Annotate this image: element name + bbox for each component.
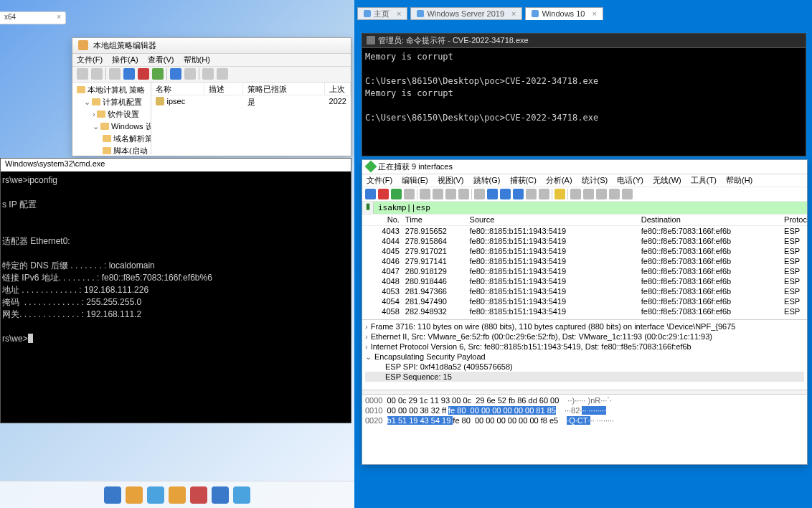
hex-row[interactable]: 0000 00 0c 29 1c 11 93 00 0c 29 6e 52 fb…: [365, 395, 804, 405]
ws-titlebar[interactable]: 正在捕获 9 interfaces: [362, 160, 807, 174]
close-icon[interactable]: ×: [57, 13, 61, 21]
close-file-icon[interactable]: [445, 189, 456, 199]
explorer-icon[interactable]: [126, 486, 143, 504]
tree-node[interactable]: ›软件设置: [72, 108, 151, 121]
tree-node[interactable]: 脚本(启动: [72, 145, 151, 154]
zoom-reset-icon[interactable]: [609, 189, 620, 199]
zoom-out-icon[interactable]: [596, 189, 607, 199]
menu-tools[interactable]: 工具(T): [691, 176, 717, 184]
delete-icon[interactable]: [138, 68, 149, 80]
detail-esp[interactable]: ⌄Encapsulating Security Payload: [365, 352, 804, 362]
autoscroll-icon[interactable]: [554, 189, 565, 199]
close-icon[interactable]: ×: [397, 9, 401, 18]
ws-menubar[interactable]: 文件(F) 编辑(E) 视图(V) 跳转(G) 捕获(C) 分析(A) 统计(S…: [362, 174, 807, 187]
cmd-window-left[interactable]: Windows\system32\cmd.exe rs\we>ipconfig …: [0, 158, 351, 423]
col-date[interactable]: 上次: [325, 83, 351, 95]
packet-row[interactable]: 4047280.918129fe80::8185:b151:1943:5419f…: [362, 266, 807, 276]
menu-wireless[interactable]: 无线(W): [653, 176, 681, 184]
menu-file[interactable]: 文件(F): [77, 55, 103, 64]
first-icon[interactable]: [526, 189, 537, 199]
detail-ipv6[interactable]: ›Internet Protocol Version 6, Src: fe80:…: [365, 342, 804, 352]
last-icon[interactable]: [539, 189, 549, 199]
filter-input[interactable]: [374, 202, 807, 214]
menu-stats[interactable]: 统计(S): [582, 176, 608, 184]
help-icon[interactable]: [184, 68, 196, 80]
menu-view[interactable]: 查看(V): [148, 55, 174, 64]
resize-cols-icon[interactable]: [622, 189, 633, 199]
col-desc[interactable]: 描述: [204, 83, 243, 95]
app-icon[interactable]: [212, 486, 229, 504]
packet-row[interactable]: 4046279.917141fe80::8185:b151:1943:5419f…: [362, 256, 807, 266]
colorize-icon[interactable]: [570, 189, 581, 199]
settings-icon[interactable]: [169, 486, 186, 504]
col-dst[interactable]: Destination: [638, 215, 781, 225]
hex-view[interactable]: 0000 00 0c 29 1c 11 93 00 0c 29 6e 52 fb…: [362, 395, 807, 441]
menu-help[interactable]: 帮助(H): [726, 176, 752, 184]
tree-root[interactable]: 本地计算机 策略: [72, 84, 151, 96]
packet-list[interactable]: No. Time Source Destination Protoc 40432…: [362, 215, 807, 319]
detail-frame[interactable]: ›Frame 3716: 110 bytes on wire (880 bits…: [365, 321, 804, 331]
list-row[interactable]: ipsec 是 2022: [151, 95, 351, 109]
app-icon[interactable]: [190, 486, 207, 504]
stop-capture-icon[interactable]: [378, 189, 389, 199]
app-icon[interactable]: [233, 486, 250, 504]
left-browser-tab[interactable]: x64 ×: [0, 11, 66, 24]
edge-icon[interactable]: [147, 486, 164, 504]
menu-capture[interactable]: 捕获(C): [510, 176, 537, 184]
zoom-in-icon[interactable]: [583, 189, 594, 199]
back-icon[interactable]: [77, 68, 88, 80]
col-proto[interactable]: Protoc: [781, 215, 807, 225]
menu-edit[interactable]: 编辑(E): [402, 176, 428, 184]
packet-row[interactable]: 4044278.915864fe80::8185:b151:1943:5419f…: [362, 236, 807, 246]
detail-eth[interactable]: ›Ethernet II, Src: VMware_6e:52:fb (00:0…: [365, 331, 804, 342]
packet-row[interactable]: 4053281.947366fe80::8185:b151:1943:5419f…: [362, 286, 807, 296]
hex-row[interactable]: 0020 b1 51 19 43 54 19 fe 80 00 00 00 00…: [365, 415, 804, 425]
options-icon[interactable]: [404, 189, 415, 199]
taskbar[interactable]: [0, 481, 354, 508]
menu-go[interactable]: 跳转(G): [473, 176, 501, 184]
cmd-titlebar[interactable]: 管理员: 命令提示符 - CVE-2022-34718.exe: [362, 34, 806, 48]
menu-view[interactable]: 视图(V): [438, 176, 464, 184]
star-icon[interactable]: [202, 68, 214, 80]
detail-esp-seq[interactable]: ESP Sequence: 15: [365, 372, 804, 382]
close-icon[interactable]: ×: [592, 9, 596, 18]
tab-win10[interactable]: Windows 10×: [525, 7, 603, 20]
tree-node[interactable]: ⌄Windows 设: [72, 121, 151, 133]
list-icon[interactable]: [170, 68, 181, 80]
close-icon[interactable]: ×: [511, 9, 516, 18]
policy-list[interactable]: 名称 描述 策略已指派 上次 ipsec 是 2022: [151, 83, 351, 154]
next-icon[interactable]: [500, 189, 511, 199]
property-icon[interactable]: [123, 68, 135, 80]
find-icon[interactable]: [474, 189, 485, 199]
tree-node[interactable]: ⌄计算机配置: [72, 96, 151, 108]
col-no[interactable]: No.: [362, 215, 402, 225]
packet-row[interactable]: 4043278.915652fe80::8185:b151:1943:5419f…: [362, 226, 807, 236]
packet-row[interactable]: 4058282.948932fe80::8185:b151:1943:5419f…: [362, 306, 807, 316]
start-icon[interactable]: [104, 486, 121, 504]
col-time[interactable]: Time: [402, 215, 467, 225]
col-src[interactable]: Source: [467, 215, 638, 225]
restart-capture-icon[interactable]: [391, 189, 402, 199]
hex-row[interactable]: 0010 00 00 00 38 32 ff fe 80 00 00 00 00…: [365, 405, 804, 415]
packet-row[interactable]: 4045279.917021fe80::8185:b151:1943:5419f…: [362, 246, 807, 256]
open-icon[interactable]: [420, 189, 430, 199]
reload-icon[interactable]: [458, 189, 469, 199]
col-name[interactable]: 名称: [151, 83, 204, 95]
prev-icon[interactable]: [487, 189, 498, 199]
tab-server2019[interactable]: Windows Server 2019×: [410, 7, 522, 20]
forward-icon[interactable]: [91, 68, 103, 80]
save-icon[interactable]: [433, 189, 443, 199]
tab-home[interactable]: 主页×: [357, 7, 407, 20]
refresh-icon[interactable]: [152, 68, 164, 80]
menu-action[interactable]: 操作(A): [112, 55, 138, 64]
start-capture-icon[interactable]: [365, 189, 376, 199]
packet-details[interactable]: ›Frame 3716: 110 bytes on wire (880 bits…: [362, 319, 807, 390]
tree-node[interactable]: 域名解析策: [72, 133, 151, 145]
menu-file[interactable]: 文件(F): [367, 176, 392, 184]
splitter[interactable]: [362, 390, 807, 395]
star2-icon[interactable]: [217, 68, 228, 80]
cmd-titlebar[interactable]: Windows\system32\cmd.exe: [1, 159, 351, 171]
wireshark-window[interactable]: 正在捕获 9 interfaces 文件(F) 编辑(E) 视图(V) 跳转(G…: [362, 159, 808, 465]
menubar[interactable]: 文件(F) 操作(A) 查看(V) 帮助(H): [72, 54, 351, 67]
menu-tel[interactable]: 电话(Y): [617, 176, 643, 184]
